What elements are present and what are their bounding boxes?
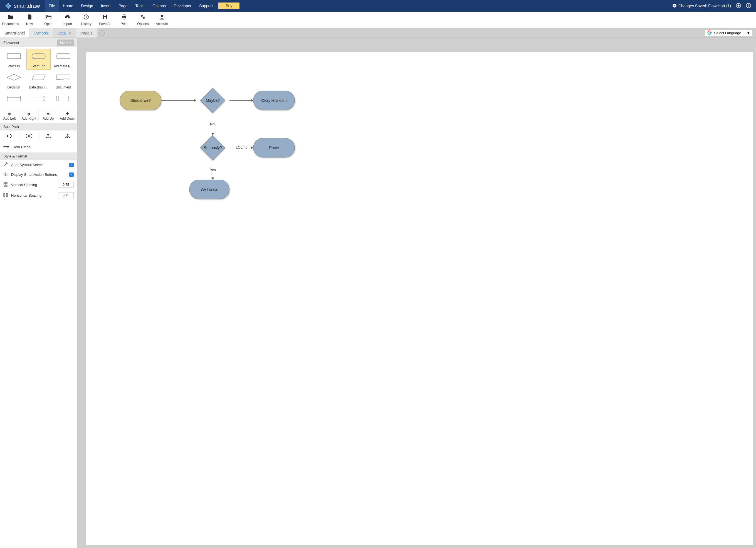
new-button[interactable]: New [20, 14, 39, 26]
file-toolbar: DocumentsNewOpenImportHistorySave AsPrin… [0, 12, 756, 28]
tool-label: Print [121, 22, 128, 26]
flowchart-terminator[interactable]: Phew [253, 138, 295, 157]
flowchart-decision[interactable]: Seriously? [196, 135, 229, 160]
flowchart-terminator[interactable]: Well crap. [189, 180, 229, 199]
arrow-right-icon: 🡺 [27, 112, 31, 116]
data-tab[interactable]: Data X [53, 28, 76, 38]
menu-item-design[interactable]: Design [77, 0, 97, 12]
folder-icon [8, 14, 14, 21]
menubar-right: Changes Saved: Flowchart (1) ? [672, 0, 756, 12]
add-page-button[interactable]: + [99, 30, 105, 36]
horizontal-spacing-icon [3, 193, 8, 198]
assist-icon[interactable] [736, 3, 741, 9]
help-icon[interactable]: ? [746, 3, 751, 9]
menu-item-insert[interactable]: Insert [97, 0, 115, 12]
menu-item-options[interactable]: Options [149, 0, 170, 12]
display-buttons-checkbox[interactable]: ✓ [69, 172, 74, 177]
add-down-label: Add Down [60, 117, 75, 120]
svg-point-30 [31, 134, 32, 135]
options-button[interactable]: Options [134, 14, 152, 26]
saveas-button[interactable]: Save As [96, 14, 115, 26]
join-paths-icon [3, 145, 9, 149]
svg-rect-18 [7, 54, 21, 59]
more-shapes-button[interactable]: More ▾ [57, 40, 74, 46]
drawing-canvas[interactable]: Should we?Maybe?Okay let's do itSeriousl… [86, 52, 753, 545]
tool-label: Save As [99, 22, 111, 26]
svg-rect-11 [104, 17, 106, 19]
menu-item-page[interactable]: Page [115, 0, 132, 12]
add-left-button[interactable]: 🡸 Add Left [0, 110, 19, 123]
horizontal-spacing-input[interactable] [58, 192, 74, 198]
symbols-tab[interactable]: Symbols [29, 28, 53, 38]
shape-document[interactable]: Document [51, 70, 75, 91]
import-button[interactable]: Import [58, 14, 77, 26]
svg-point-29 [26, 134, 27, 135]
document-icon [56, 73, 71, 82]
shape-label: Decision [3, 85, 25, 89]
account-button[interactable]: Account [152, 14, 171, 26]
clock-icon [83, 14, 89, 21]
close-icon[interactable]: X [68, 31, 71, 35]
add-down-button[interactable]: 🡻 Add Down [58, 110, 77, 123]
flowchart-terminator[interactable]: Okay let's do it [253, 91, 295, 110]
save-icon [102, 14, 108, 21]
tool-label: Import [63, 22, 72, 26]
cloud-up-icon [64, 14, 70, 21]
shape-data[interactable]: Data (Input... [26, 70, 51, 91]
svg-point-36 [67, 134, 68, 135]
language-selector[interactable]: Select Language | ▼ [705, 29, 753, 36]
shape-decision[interactable]: Decision [2, 70, 26, 91]
join-paths-button[interactable]: Join Paths [0, 142, 77, 152]
history-button[interactable]: History [77, 14, 96, 26]
edge-label: No [209, 122, 215, 126]
auto-symbol-checkbox[interactable]: ✓ [69, 163, 74, 167]
canvas-viewport[interactable]: Should we?Maybe?Okay let's do itSeriousl… [77, 38, 756, 548]
vertical-spacing-input[interactable] [58, 182, 74, 188]
buy-button[interactable]: Buy [218, 3, 239, 9]
svg-point-28 [28, 135, 30, 137]
split-tree-button[interactable] [58, 132, 77, 140]
svg-rect-41 [7, 146, 9, 147]
svg-point-26 [10, 134, 11, 135]
page-tab[interactable]: Page 1 [76, 28, 97, 38]
add-up-button[interactable]: 🡹 Add Up [39, 110, 58, 123]
internal-icon [7, 94, 21, 103]
menu-item-home[interactable]: Home [59, 0, 77, 12]
add-up-label: Add Up [43, 117, 54, 120]
flowchart-decision[interactable]: Maybe? [196, 88, 229, 113]
arrow-down-icon: 🡻 [66, 112, 69, 116]
add-right-label: Add Right [21, 117, 36, 120]
menu-item-file[interactable]: File [45, 0, 59, 12]
svg-rect-10 [104, 15, 106, 16]
shape-internal[interactable] [2, 91, 26, 108]
shape-process[interactable]: Process [2, 49, 26, 70]
process-icon [7, 52, 21, 60]
node-label: Maybe? [196, 88, 229, 113]
split-both-button[interactable] [19, 132, 39, 140]
flowchart-terminator[interactable]: Should we? [120, 91, 161, 110]
menu-item-table[interactable]: Table [132, 0, 149, 12]
split-down-button[interactable] [39, 132, 58, 140]
svg-point-33 [47, 134, 49, 135]
auto-symbol-label: Auto Symbol Select [11, 163, 66, 167]
split-right-button[interactable] [0, 132, 19, 140]
svg-point-35 [50, 137, 51, 138]
smartpanel-tab[interactable]: SmartPanel [0, 28, 29, 38]
shape-altprocess[interactable]: Alternate P... [51, 49, 75, 70]
menu-item-developer[interactable]: Developer [170, 0, 195, 12]
print-button[interactable]: Print [115, 14, 134, 26]
arrow-up-icon: 🡹 [46, 112, 50, 116]
more-label: More [60, 41, 68, 45]
shape-startend[interactable]: Start/End [26, 49, 51, 70]
shape-delay[interactable] [26, 91, 51, 108]
brand-name: smartdraw [14, 3, 40, 9]
documents-button[interactable]: Documents [1, 14, 20, 26]
check-circle-icon [672, 3, 677, 9]
shape-predef[interactable] [51, 91, 75, 108]
vertical-spacing-label: Vertical Spacing [11, 183, 55, 187]
shape-label: Process [3, 64, 25, 68]
menu-item-support[interactable]: Support [195, 0, 217, 12]
add-right-button[interactable]: 🡺 Add Right [19, 110, 39, 123]
open-button[interactable]: Open [39, 14, 58, 26]
svg-point-34 [46, 137, 47, 138]
